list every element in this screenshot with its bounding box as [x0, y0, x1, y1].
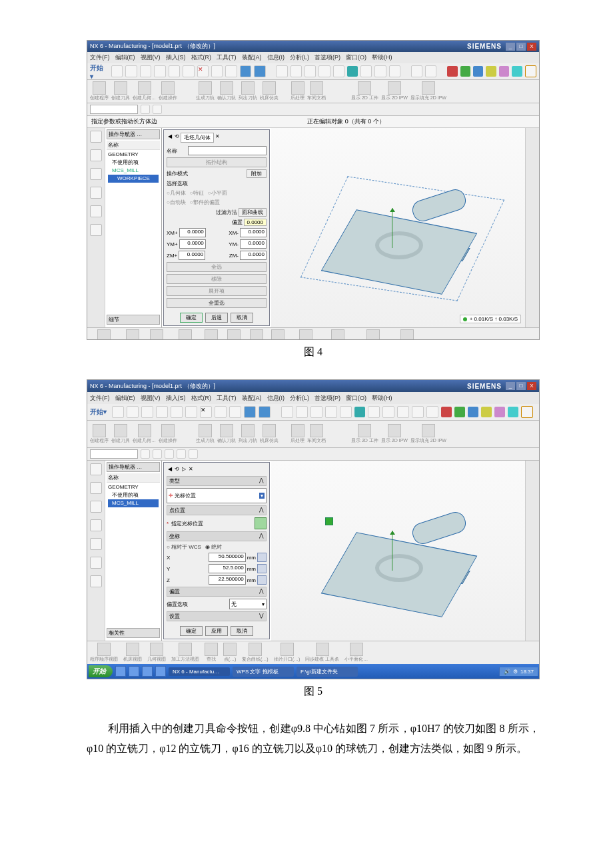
btm-geom-view[interactable]: 几何视图 — [147, 656, 166, 663]
rb-2d-wp[interactable]: 显示 2D 工件 — [351, 437, 378, 444]
zoom-icon[interactable] — [291, 65, 302, 77]
zm-plus-input[interactable]: 0.0000 — [179, 251, 205, 260]
cyan-icon[interactable] — [512, 66, 522, 77]
radio-geom[interactable]: ○几何体 — [167, 189, 186, 197]
browser-tab-icon[interactable] — [90, 538, 102, 550]
wire-icon[interactable] — [340, 406, 352, 418]
quicklaunch-icon[interactable] — [129, 666, 139, 677]
red-icon[interactable] — [441, 407, 452, 417]
apply-button[interactable]: 应用 — [205, 626, 228, 636]
filter-reset-icon[interactable] — [141, 105, 150, 114]
save-icon[interactable] — [140, 65, 151, 77]
btm-machine-view[interactable]: 机床视图 — [123, 656, 142, 663]
menu-file[interactable]: 文件(F) — [90, 394, 110, 403]
browser-tab-icon[interactable] — [90, 205, 102, 217]
history2-tab-icon[interactable] — [90, 575, 102, 587]
rb-2d-wp[interactable]: 显示 2D 工件 — [351, 95, 378, 101]
rb-2d-ipw[interactable]: 显示 2D IPW — [381, 437, 408, 444]
new-icon[interactable] — [111, 65, 123, 77]
btm-facet[interactable]: 小平面化… — [344, 656, 368, 663]
quicklaunch-icon[interactable] — [155, 666, 166, 677]
snap-line-icon[interactable] — [153, 449, 162, 459]
rb-gen-path[interactable]: 生成刀轨 — [196, 437, 215, 444]
render-icon[interactable] — [360, 65, 372, 77]
btm-point[interactable]: 点(…) — [224, 656, 237, 663]
edit-icon[interactable] — [397, 406, 409, 418]
tool-a-icon[interactable] — [411, 65, 422, 77]
blue-icon[interactable] — [473, 66, 483, 77]
radio-wcs[interactable]: ○ 相对于 WCS — [167, 543, 201, 551]
filter-all-icon[interactable] — [153, 105, 162, 114]
cancel-button[interactable]: 取消 — [231, 626, 253, 636]
menu-analysis[interactable]: 分析(L) — [290, 53, 309, 62]
tool-icon[interactable] — [244, 406, 256, 418]
menu-prefs[interactable]: 首选项(P) — [314, 53, 340, 62]
xm-minus-input[interactable]: 0.0000 — [240, 228, 267, 237]
magenta-icon[interactable] — [499, 66, 509, 77]
offset-value[interactable]: 0.0000 — [244, 219, 267, 226]
menu-tools[interactable]: 工具(T) — [217, 394, 237, 403]
cancel-button[interactable]: 取消 — [231, 313, 253, 323]
tree-workpiece[interactable]: WORKPIECE — [108, 175, 159, 183]
tree-root[interactable]: GEOMETRY — [108, 151, 159, 159]
undo-icon[interactable] — [215, 406, 227, 418]
z-stepper[interactable] — [257, 575, 267, 585]
rb-list[interactable]: 列出刀轨 — [239, 95, 257, 101]
folder-icon[interactable] — [525, 65, 536, 77]
menu-prefs[interactable]: 首选项(P) — [314, 394, 340, 403]
tool-b-icon[interactable] — [426, 406, 438, 418]
trueshade-icon[interactable] — [347, 66, 357, 77]
close-button[interactable]: X — [527, 43, 536, 51]
rb-sim[interactable]: 机床仿真 — [260, 95, 279, 101]
system-tray[interactable]: 🔊 ⚙ 18:37 — [499, 667, 538, 676]
tool-icon[interactable] — [240, 65, 251, 77]
start-button[interactable]: 开始 — [89, 665, 113, 677]
tray-icon[interactable]: ⚙ — [513, 669, 518, 675]
rb-fill-ipw[interactable]: 显示填充 2D IPW — [410, 437, 446, 444]
ym-minus-input[interactable]: 0.0000 — [240, 239, 267, 249]
menu-insert[interactable]: 插入(S) — [166, 53, 186, 62]
minimize-button[interactable]: _ — [506, 43, 515, 51]
filter-value[interactable]: 面和曲线 — [239, 208, 267, 217]
radio-flat[interactable]: ○小平面 — [208, 189, 227, 197]
open-icon[interactable] — [127, 406, 139, 418]
rb-create-geom[interactable]: 创建几何… — [133, 95, 156, 101]
rb-gen-path[interactable]: 生成刀轨 — [196, 95, 215, 101]
undo-icon[interactable] — [211, 65, 223, 77]
tool2-icon[interactable] — [259, 406, 271, 418]
menu-edit[interactable]: 编辑(E) — [115, 53, 135, 62]
remove-button[interactable]: 移除 — [167, 274, 267, 284]
menu-info[interactable]: 信息(I) — [267, 394, 285, 403]
topology-button[interactable]: 拓扑结构 — [167, 157, 267, 167]
radio-auto[interactable]: ○自动块 — [167, 199, 186, 206]
x-input[interactable]: 50.500000 — [209, 553, 246, 562]
edit-icon[interactable] — [389, 65, 400, 77]
history-tab-icon[interactable] — [90, 168, 102, 180]
tree-mcs[interactable]: MCS_MILL — [108, 499, 159, 507]
point-location-section[interactable]: 点位置⋀ — [167, 505, 267, 515]
new-icon[interactable] — [112, 406, 124, 418]
settings-section[interactable]: 设置⋁ — [167, 611, 267, 621]
tree-unused[interactable]: 不使用的项 — [108, 159, 159, 167]
rb-sim[interactable]: 机床仿真 — [260, 437, 279, 444]
dialog-tab[interactable]: 毛坯几何体 — [181, 133, 214, 143]
green-icon[interactable] — [460, 66, 470, 77]
rb-fill-ipw[interactable]: 显示填充 2D IPW — [410, 95, 446, 101]
tool-b-icon[interactable] — [425, 65, 436, 77]
help-tab-icon[interactable] — [90, 557, 102, 569]
rb-2d-ipw[interactable]: 显示 2D IPW — [381, 95, 408, 101]
cut-icon[interactable] — [156, 406, 168, 418]
delete-icon[interactable]: ✕ — [197, 65, 209, 77]
tree-root[interactable]: GEOMETRY — [108, 483, 159, 491]
menu-tools[interactable]: 工具(T) — [217, 53, 237, 62]
tool-a-icon[interactable] — [412, 406, 424, 418]
paste-icon[interactable] — [183, 65, 194, 77]
menu-format[interactable]: 格式(R) — [191, 394, 212, 403]
yellow-icon[interactable] — [486, 66, 496, 77]
viewport[interactable]: + 0.01K/S ↑ 0.03K/S — [271, 128, 525, 327]
rb-verify[interactable]: 确认刀轨 — [217, 437, 236, 444]
menu-window[interactable]: 窗口(O) — [346, 53, 366, 62]
rb-create-geom[interactable]: 创建几何… — [133, 437, 156, 444]
start-dropdown[interactable]: 开始▾ — [90, 407, 107, 417]
folder-icon[interactable] — [521, 406, 533, 418]
